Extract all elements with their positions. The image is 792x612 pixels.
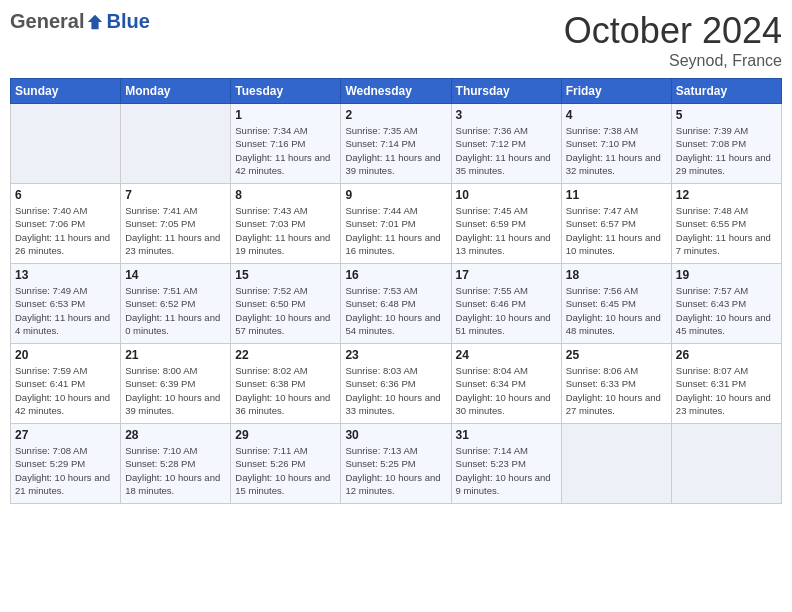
- calendar-cell: 8Sunrise: 7:43 AM Sunset: 7:03 PM Daylig…: [231, 184, 341, 264]
- calendar-cell: 10Sunrise: 7:45 AM Sunset: 6:59 PM Dayli…: [451, 184, 561, 264]
- day-info: Sunrise: 7:41 AM Sunset: 7:05 PM Dayligh…: [125, 204, 226, 257]
- calendar-cell: 21Sunrise: 8:00 AM Sunset: 6:39 PM Dayli…: [121, 344, 231, 424]
- day-number: 21: [125, 348, 226, 362]
- day-info: Sunrise: 8:06 AM Sunset: 6:33 PM Dayligh…: [566, 364, 667, 417]
- calendar-cell: 20Sunrise: 7:59 AM Sunset: 6:41 PM Dayli…: [11, 344, 121, 424]
- day-number: 28: [125, 428, 226, 442]
- weekday-header-wednesday: Wednesday: [341, 79, 451, 104]
- calendar-table: SundayMondayTuesdayWednesdayThursdayFrid…: [10, 78, 782, 504]
- day-number: 29: [235, 428, 336, 442]
- day-number: 19: [676, 268, 777, 282]
- day-number: 1: [235, 108, 336, 122]
- calendar-cell: [11, 104, 121, 184]
- calendar-cell: [671, 424, 781, 504]
- day-number: 20: [15, 348, 116, 362]
- calendar-cell: 7Sunrise: 7:41 AM Sunset: 7:05 PM Daylig…: [121, 184, 231, 264]
- day-number: 27: [15, 428, 116, 442]
- calendar-cell: 12Sunrise: 7:48 AM Sunset: 6:55 PM Dayli…: [671, 184, 781, 264]
- day-number: 9: [345, 188, 446, 202]
- weekday-header-saturday: Saturday: [671, 79, 781, 104]
- day-info: Sunrise: 7:56 AM Sunset: 6:45 PM Dayligh…: [566, 284, 667, 337]
- day-info: Sunrise: 7:10 AM Sunset: 5:28 PM Dayligh…: [125, 444, 226, 497]
- calendar-cell: 4Sunrise: 7:38 AM Sunset: 7:10 PM Daylig…: [561, 104, 671, 184]
- day-info: Sunrise: 7:47 AM Sunset: 6:57 PM Dayligh…: [566, 204, 667, 257]
- day-info: Sunrise: 7:51 AM Sunset: 6:52 PM Dayligh…: [125, 284, 226, 337]
- day-info: Sunrise: 7:08 AM Sunset: 5:29 PM Dayligh…: [15, 444, 116, 497]
- page-header: General Blue October 2024 Seynod, France: [10, 10, 782, 70]
- calendar-week-3: 13Sunrise: 7:49 AM Sunset: 6:53 PM Dayli…: [11, 264, 782, 344]
- day-number: 31: [456, 428, 557, 442]
- calendar-cell: 26Sunrise: 8:07 AM Sunset: 6:31 PM Dayli…: [671, 344, 781, 424]
- day-number: 30: [345, 428, 446, 442]
- day-number: 14: [125, 268, 226, 282]
- location-subtitle: Seynod, France: [564, 52, 782, 70]
- calendar-cell: 24Sunrise: 8:04 AM Sunset: 6:34 PM Dayli…: [451, 344, 561, 424]
- day-number: 18: [566, 268, 667, 282]
- day-info: Sunrise: 7:48 AM Sunset: 6:55 PM Dayligh…: [676, 204, 777, 257]
- day-number: 12: [676, 188, 777, 202]
- calendar-cell: 15Sunrise: 7:52 AM Sunset: 6:50 PM Dayli…: [231, 264, 341, 344]
- title-block: October 2024 Seynod, France: [564, 10, 782, 70]
- calendar-cell: 13Sunrise: 7:49 AM Sunset: 6:53 PM Dayli…: [11, 264, 121, 344]
- day-info: Sunrise: 7:35 AM Sunset: 7:14 PM Dayligh…: [345, 124, 446, 177]
- svg-marker-0: [88, 14, 102, 28]
- calendar-cell: 14Sunrise: 7:51 AM Sunset: 6:52 PM Dayli…: [121, 264, 231, 344]
- calendar-cell: 31Sunrise: 7:14 AM Sunset: 5:23 PM Dayli…: [451, 424, 561, 504]
- day-info: Sunrise: 7:43 AM Sunset: 7:03 PM Dayligh…: [235, 204, 336, 257]
- day-number: 17: [456, 268, 557, 282]
- calendar-cell: 30Sunrise: 7:13 AM Sunset: 5:25 PM Dayli…: [341, 424, 451, 504]
- logo-blue-text: Blue: [106, 10, 149, 33]
- weekday-header-friday: Friday: [561, 79, 671, 104]
- month-title: October 2024: [564, 10, 782, 52]
- day-info: Sunrise: 7:34 AM Sunset: 7:16 PM Dayligh…: [235, 124, 336, 177]
- logo: General Blue: [10, 10, 150, 33]
- calendar-cell: 22Sunrise: 8:02 AM Sunset: 6:38 PM Dayli…: [231, 344, 341, 424]
- day-number: 16: [345, 268, 446, 282]
- day-number: 22: [235, 348, 336, 362]
- calendar-cell: 5Sunrise: 7:39 AM Sunset: 7:08 PM Daylig…: [671, 104, 781, 184]
- day-number: 26: [676, 348, 777, 362]
- calendar-cell: 23Sunrise: 8:03 AM Sunset: 6:36 PM Dayli…: [341, 344, 451, 424]
- day-info: Sunrise: 8:03 AM Sunset: 6:36 PM Dayligh…: [345, 364, 446, 417]
- day-info: Sunrise: 7:11 AM Sunset: 5:26 PM Dayligh…: [235, 444, 336, 497]
- weekday-header-sunday: Sunday: [11, 79, 121, 104]
- calendar-cell: 2Sunrise: 7:35 AM Sunset: 7:14 PM Daylig…: [341, 104, 451, 184]
- day-number: 4: [566, 108, 667, 122]
- day-info: Sunrise: 7:36 AM Sunset: 7:12 PM Dayligh…: [456, 124, 557, 177]
- calendar-cell: 9Sunrise: 7:44 AM Sunset: 7:01 PM Daylig…: [341, 184, 451, 264]
- calendar-cell: 29Sunrise: 7:11 AM Sunset: 5:26 PM Dayli…: [231, 424, 341, 504]
- calendar-cell: 17Sunrise: 7:55 AM Sunset: 6:46 PM Dayli…: [451, 264, 561, 344]
- day-info: Sunrise: 7:14 AM Sunset: 5:23 PM Dayligh…: [456, 444, 557, 497]
- logo-general-text: General: [10, 10, 84, 33]
- day-info: Sunrise: 7:40 AM Sunset: 7:06 PM Dayligh…: [15, 204, 116, 257]
- calendar-week-4: 20Sunrise: 7:59 AM Sunset: 6:41 PM Dayli…: [11, 344, 782, 424]
- weekday-header-monday: Monday: [121, 79, 231, 104]
- calendar-cell: 28Sunrise: 7:10 AM Sunset: 5:28 PM Dayli…: [121, 424, 231, 504]
- day-number: 6: [15, 188, 116, 202]
- day-number: 13: [15, 268, 116, 282]
- calendar-week-5: 27Sunrise: 7:08 AM Sunset: 5:29 PM Dayli…: [11, 424, 782, 504]
- calendar-cell: 18Sunrise: 7:56 AM Sunset: 6:45 PM Dayli…: [561, 264, 671, 344]
- day-info: Sunrise: 7:55 AM Sunset: 6:46 PM Dayligh…: [456, 284, 557, 337]
- day-number: 2: [345, 108, 446, 122]
- calendar-cell: [561, 424, 671, 504]
- day-info: Sunrise: 7:38 AM Sunset: 7:10 PM Dayligh…: [566, 124, 667, 177]
- day-info: Sunrise: 7:49 AM Sunset: 6:53 PM Dayligh…: [15, 284, 116, 337]
- day-number: 23: [345, 348, 446, 362]
- calendar-week-1: 1Sunrise: 7:34 AM Sunset: 7:16 PM Daylig…: [11, 104, 782, 184]
- day-info: Sunrise: 7:59 AM Sunset: 6:41 PM Dayligh…: [15, 364, 116, 417]
- day-info: Sunrise: 8:00 AM Sunset: 6:39 PM Dayligh…: [125, 364, 226, 417]
- day-info: Sunrise: 8:04 AM Sunset: 6:34 PM Dayligh…: [456, 364, 557, 417]
- day-number: 15: [235, 268, 336, 282]
- day-info: Sunrise: 7:53 AM Sunset: 6:48 PM Dayligh…: [345, 284, 446, 337]
- calendar-cell: 11Sunrise: 7:47 AM Sunset: 6:57 PM Dayli…: [561, 184, 671, 264]
- day-number: 5: [676, 108, 777, 122]
- weekday-header-row: SundayMondayTuesdayWednesdayThursdayFrid…: [11, 79, 782, 104]
- calendar-header: SundayMondayTuesdayWednesdayThursdayFrid…: [11, 79, 782, 104]
- calendar-cell: 19Sunrise: 7:57 AM Sunset: 6:43 PM Dayli…: [671, 264, 781, 344]
- day-info: Sunrise: 7:45 AM Sunset: 6:59 PM Dayligh…: [456, 204, 557, 257]
- day-number: 7: [125, 188, 226, 202]
- day-info: Sunrise: 7:44 AM Sunset: 7:01 PM Dayligh…: [345, 204, 446, 257]
- calendar-week-2: 6Sunrise: 7:40 AM Sunset: 7:06 PM Daylig…: [11, 184, 782, 264]
- calendar-cell: 16Sunrise: 7:53 AM Sunset: 6:48 PM Dayli…: [341, 264, 451, 344]
